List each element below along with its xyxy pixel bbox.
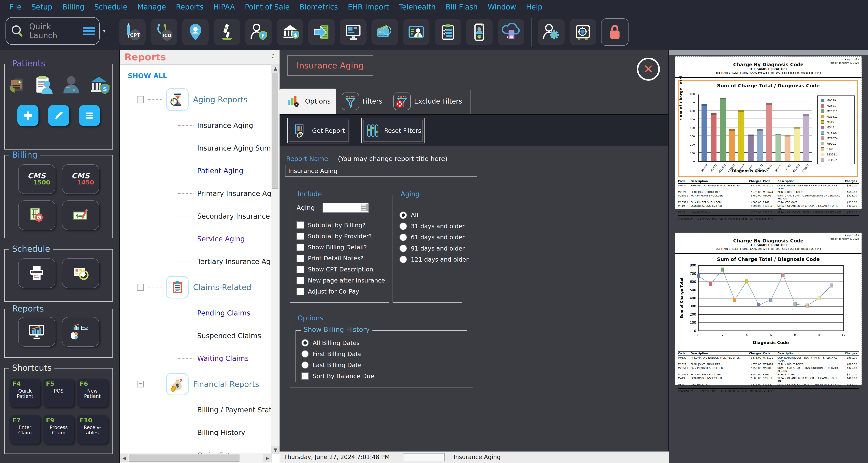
menu-item-setup[interactable]: Setup bbox=[26, 3, 57, 11]
checkbox-show-billing-detail-[interactable]: Show Billing Detail? bbox=[297, 242, 385, 253]
shortcut-f4-button[interactable]: F4Quick Patient bbox=[9, 378, 40, 407]
menu-item-telehealth[interactable]: Telehealth bbox=[394, 3, 441, 11]
tree-item-pending-claims[interactable]: Pending Claims bbox=[178, 302, 272, 324]
scroll-down-icon[interactable]: ▼ bbox=[271, 445, 280, 454]
radio-all-billing-dates[interactable]: All Billing Dates bbox=[302, 337, 374, 348]
scrollbar-thumb[interactable] bbox=[129, 455, 240, 462]
radio-icon[interactable] bbox=[302, 350, 309, 358]
tree-group-claims-related[interactable]: −Claims-Related bbox=[137, 273, 272, 302]
data-vault-button[interactable] bbox=[569, 19, 596, 45]
report-charts-button[interactable] bbox=[62, 317, 99, 347]
provider-id-button[interactable] bbox=[403, 19, 430, 45]
tree-group-aging-reports[interactable]: −Aging Reports bbox=[137, 85, 272, 114]
scroll-up-icon[interactable]: ▲ bbox=[271, 64, 280, 72]
tree-item-billing-history[interactable]: Billing History bbox=[178, 421, 272, 444]
expand-collapse-icon[interactable]: − bbox=[137, 96, 144, 103]
radio-91-days-and-older[interactable]: 91 days and older bbox=[400, 243, 468, 254]
menu-item-billing[interactable]: Billing bbox=[57, 3, 89, 11]
checkbox-icon[interactable] bbox=[297, 233, 304, 240]
scrollbar-thumb[interactable] bbox=[272, 72, 279, 189]
checkbox-print-detail-notes-[interactable]: Print Detail Notes? bbox=[297, 253, 385, 264]
payment-check-button[interactable]: $ bbox=[62, 200, 99, 230]
cms-1450-button[interactable]: CMS 1450 bbox=[62, 164, 99, 194]
expand-collapse-icon[interactable]: − bbox=[137, 284, 144, 291]
shortcut-f6-button[interactable]: F6New Patient bbox=[77, 378, 108, 407]
radio-icon[interactable] bbox=[400, 222, 407, 230]
tree-item-service-aging[interactable]: Service Aging bbox=[178, 227, 272, 250]
scroll-right-icon[interactable]: ▶ bbox=[264, 454, 272, 462]
quick-launch[interactable]: Quick Launch bbox=[5, 17, 100, 45]
radio-icon[interactable] bbox=[400, 245, 407, 252]
cpt-codes-button[interactable]: CPT bbox=[119, 19, 146, 45]
radio-31-days-and-older[interactable]: 31 days and older bbox=[400, 221, 468, 232]
checkbox-icon[interactable] bbox=[297, 255, 304, 262]
lab-microscope-button[interactable] bbox=[214, 19, 240, 45]
patient-location-button[interactable] bbox=[182, 19, 209, 45]
shortcut-f10-button[interactable]: F10Receiv- ables bbox=[77, 415, 108, 444]
checkbox-icon[interactable] bbox=[302, 372, 309, 380]
patient-register-icon[interactable] bbox=[33, 74, 55, 96]
shortcut-f7-button[interactable]: F7Enter Claim bbox=[9, 415, 40, 444]
menu-item-help[interactable]: Help bbox=[521, 3, 548, 11]
menu-item-ehr-import[interactable]: EHR Import bbox=[343, 3, 394, 11]
menu-item-manage[interactable]: Manage bbox=[132, 3, 171, 11]
radio-last-billing-date[interactable]: Last Billing Date bbox=[302, 360, 374, 370]
tree-horizontal-scrollbar[interactable]: ◀ ▶ bbox=[120, 454, 272, 463]
expand-collapse-icon[interactable]: − bbox=[137, 381, 144, 388]
menu-item-point-of-sale[interactable]: Point of Sale bbox=[240, 3, 294, 11]
cms-1500-button[interactable]: CMS 1500 bbox=[18, 164, 56, 194]
ehr-import-button[interactable] bbox=[308, 19, 335, 45]
checkbox-icon[interactable] bbox=[297, 244, 304, 251]
add-patient-button[interactable] bbox=[18, 105, 38, 126]
menu-item-window[interactable]: Window bbox=[483, 3, 521, 11]
menu-item-hipaa[interactable]: HIPAA bbox=[209, 3, 240, 11]
tree-vertical-scrollbar[interactable]: ▲ ▼ bbox=[271, 64, 280, 454]
radio-icon[interactable] bbox=[400, 212, 407, 219]
report-preview-line[interactable]: Page 1 of 1Friday, January 6, 2023 Charg… bbox=[675, 233, 862, 385]
tab-exclude-filters[interactable]: Exclude Filters bbox=[388, 89, 468, 114]
payment-cards-button[interactable] bbox=[371, 19, 398, 45]
aging-input[interactable] bbox=[322, 203, 369, 213]
insurance-card-icon[interactable] bbox=[7, 75, 27, 95]
menu-item-reports[interactable]: Reports bbox=[171, 3, 208, 11]
quick-launch-caret-icon[interactable]: ▾ bbox=[103, 28, 105, 34]
checkbox-subtotal-by-provider-[interactable]: Subtotal by Provider? bbox=[297, 230, 385, 242]
shortcut-f9-button[interactable]: F9Process Claim bbox=[43, 415, 74, 444]
tab-options[interactable]: Options bbox=[280, 89, 336, 114]
scroll-left-icon[interactable]: ◀ bbox=[120, 454, 128, 462]
tree-item-billing-payment-status[interactable]: Billing / Payment Status bbox=[178, 399, 272, 421]
user-settings-button[interactable] bbox=[538, 19, 565, 45]
radio-121-days-and-older[interactable]: 121 days and older bbox=[400, 254, 468, 265]
show-all-link[interactable]: SHOW ALL bbox=[128, 72, 272, 80]
report-name-input[interactable] bbox=[285, 165, 477, 177]
radio-all[interactable]: All bbox=[400, 210, 468, 221]
appointment-check-button[interactable] bbox=[62, 258, 99, 288]
tree-item-claim-entry[interactable]: Claim Entry bbox=[178, 444, 272, 454]
report-preview-bar[interactable]: Page 1 of 1Friday, January 6, 2023 Charg… bbox=[675, 56, 862, 209]
radio-first-billing-date[interactable]: First Billing Date bbox=[302, 348, 374, 360]
tree-item-tertiary-insurance-aging[interactable]: Tertiary Insurance Aging bbox=[178, 250, 272, 273]
report-monitor-button[interactable] bbox=[18, 317, 56, 347]
telehealth-call-button[interactable] bbox=[466, 19, 493, 45]
radio-icon[interactable] bbox=[302, 339, 309, 347]
checkbox-icon[interactable] bbox=[297, 221, 304, 229]
radio-61-days-and-older[interactable]: 61 days and older bbox=[400, 232, 468, 243]
checkbox-adjust-for-co-pay[interactable]: ✔Adjust for Co-Pay bbox=[297, 286, 385, 297]
guarantor-security-button[interactable] bbox=[245, 19, 272, 45]
patient-list-button[interactable] bbox=[79, 105, 100, 126]
cloud-ehr-button[interactable] bbox=[498, 19, 524, 45]
checkbox-sort-by-balance-due[interactable]: Sort By Balance Due bbox=[302, 370, 374, 381]
reset-filters-button[interactable]: Reset Filters bbox=[362, 118, 425, 144]
menu-item-biometrics[interactable]: Biometrics bbox=[295, 3, 343, 11]
tree-item-suspended-claims[interactable]: Suspended Claims bbox=[178, 324, 272, 347]
checkbox-icon[interactable]: ✔ bbox=[297, 288, 304, 295]
tree-item-patient-aging[interactable]: Patient Aging bbox=[178, 159, 272, 182]
task-checklist-button[interactable] bbox=[435, 19, 461, 45]
radio-icon[interactable] bbox=[302, 362, 309, 369]
workstation-display-button[interactable] bbox=[340, 19, 367, 45]
edit-patient-button[interactable] bbox=[48, 105, 69, 126]
icd-codes-button[interactable]: ICD bbox=[151, 19, 177, 45]
menu-icon[interactable] bbox=[83, 27, 95, 35]
close-icon[interactable]: ✕ bbox=[637, 58, 660, 81]
tree-item-primary-insurance-aging[interactable]: Primary Insurance Aging bbox=[178, 182, 272, 205]
